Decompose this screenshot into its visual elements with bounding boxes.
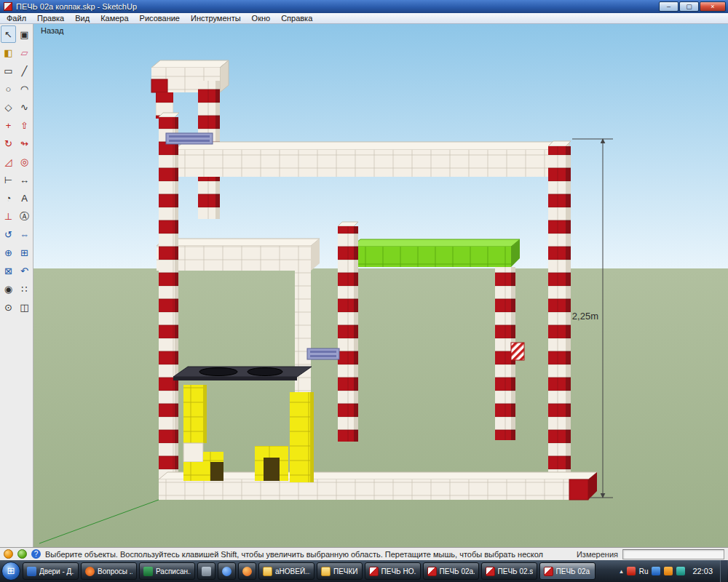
previous-view-tool-icon[interactable]: ↶ bbox=[17, 262, 32, 279]
menu-window[interactable]: Окно bbox=[252, 14, 271, 23]
menubar: Файл Правка Вид Камера Рисование Инструм… bbox=[0, 13, 728, 24]
viewport-canvas[interactable]: 2,25m Назад bbox=[33, 24, 728, 547]
maximize-icon[interactable]: ▢ bbox=[679, 1, 699, 12]
firefox-icon bbox=[242, 567, 252, 576]
tape-measure-tool-icon[interactable]: ⊢ bbox=[1, 171, 16, 188]
taskbar-button-raspisanie[interactable]: Расписан... bbox=[139, 562, 195, 580]
start-button[interactable]: ⊞ bbox=[1, 562, 20, 581]
internet-explorer-icon bbox=[222, 567, 232, 576]
close-icon[interactable]: × bbox=[700, 1, 726, 12]
eraser-tool-icon[interactable]: ▱ bbox=[17, 44, 32, 61]
3d-text-tool-icon[interactable]: Ⓐ bbox=[17, 207, 32, 225]
app-icon bbox=[202, 567, 211, 576]
taskbar-button-pech-02s[interactable]: ПЕЧЬ 02.s... bbox=[481, 562, 537, 580]
position-camera-tool-icon[interactable]: ◉ bbox=[1, 280, 16, 298]
menu-help[interactable]: Справка bbox=[281, 14, 312, 23]
show-desktop-button[interactable] bbox=[720, 560, 727, 582]
geolocation-icon[interactable] bbox=[17, 549, 27, 559]
taskbar-button-app[interactable] bbox=[197, 562, 215, 580]
menu-tools[interactable]: Инструменты bbox=[191, 14, 241, 23]
help-icon: ? bbox=[31, 549, 41, 559]
hidden-icons-icon[interactable]: ▴ bbox=[620, 567, 623, 575]
tray-app-icon-blue[interactable] bbox=[652, 567, 660, 575]
cooktop-plate bbox=[173, 367, 312, 380]
taskbar-button-pech-02a[interactable]: ПЕЧЬ 02а... bbox=[423, 562, 479, 580]
taskbar-button-pech-no[interactable]: ПЕЧЬ НО... bbox=[365, 562, 421, 580]
look-around-tool-icon[interactable]: ⊙ bbox=[1, 298, 16, 316]
sketchup-file-icon bbox=[369, 567, 379, 576]
menu-edit[interactable]: Правка bbox=[37, 14, 64, 23]
large-tool-set: ↖ ▣ ◧ ▱ ▭ ╱ ○ ◠ ◇ ∿ + ⇧ ↻ ↬ ◿ ◎ ⊢ ↔ ◔ A … bbox=[0, 24, 33, 547]
titlebar: ПЕЧЬ 02а колпак.skp - SketchUp – ▢ × bbox=[0, 0, 728, 13]
zoom-window-tool-icon[interactable]: ⊞ bbox=[17, 244, 32, 261]
push-pull-tool-icon[interactable]: ⇧ bbox=[17, 116, 32, 134]
folder-icon bbox=[263, 567, 272, 576]
taskbar-button-dveri[interactable]: Двери - Д... bbox=[23, 562, 79, 580]
walk-tool-icon[interactable]: ∷ bbox=[17, 280, 32, 298]
hatched-block bbox=[511, 343, 524, 360]
polygon-tool-icon[interactable]: ◇ bbox=[1, 98, 16, 116]
taskbar-button-voprosy[interactable]: Вопросы ... bbox=[81, 562, 137, 580]
select-tool-icon[interactable]: ↖ bbox=[1, 25, 16, 43]
claim-model-icon[interactable] bbox=[4, 549, 13, 559]
sketchup-file-icon bbox=[544, 567, 553, 576]
language-indicator[interactable]: Ru bbox=[639, 567, 649, 575]
rotate-tool-icon[interactable]: ↻ bbox=[1, 135, 16, 152]
tray-network-icon[interactable] bbox=[676, 567, 685, 575]
taskbar-button-ie[interactable] bbox=[218, 562, 236, 580]
menu-camera[interactable]: Камера bbox=[100, 14, 128, 23]
line-tool-icon[interactable]: ╱ bbox=[17, 62, 32, 79]
ground-plane bbox=[33, 268, 728, 547]
orbit-tool-icon[interactable]: ↺ bbox=[1, 226, 16, 243]
sketchup-app-icon bbox=[4, 2, 12, 11]
tray-app-icon-red[interactable] bbox=[627, 567, 636, 575]
zoom-extents-tool-icon[interactable]: ⊠ bbox=[1, 262, 16, 279]
zoom-tool-icon[interactable]: ⊕ bbox=[1, 244, 16, 261]
damper-upper bbox=[166, 133, 213, 144]
dimension-label: 2,25m bbox=[572, 311, 598, 322]
scale-tool-icon[interactable]: ◿ bbox=[1, 153, 16, 170]
damper-lower bbox=[307, 348, 339, 359]
measurements-label: Измерения bbox=[577, 550, 618, 559]
stove-model-drawing: 2,25m bbox=[33, 24, 728, 547]
follow-me-tool-icon[interactable]: ↬ bbox=[17, 135, 32, 152]
sketchup-file-icon bbox=[486, 567, 495, 576]
dimension-tool-icon[interactable]: ↔ bbox=[17, 171, 32, 188]
move-tool-icon[interactable]: + bbox=[1, 116, 16, 134]
arc-tool-icon[interactable]: ◠ bbox=[17, 80, 32, 97]
taskbar-button-pechki[interactable]: ПЕЧКИ bbox=[317, 562, 363, 580]
menu-view[interactable]: Вид bbox=[75, 14, 90, 23]
pan-tool-icon[interactable]: ⇔ bbox=[17, 226, 32, 243]
offset-tool-icon[interactable]: ◎ bbox=[17, 153, 32, 170]
axes-tool-icon[interactable]: ⊥ bbox=[1, 207, 16, 225]
freehand-tool-icon[interactable]: ∿ bbox=[17, 98, 32, 116]
sketchup-file-icon bbox=[427, 567, 437, 576]
base-beam bbox=[159, 472, 597, 500]
document-icon bbox=[27, 567, 36, 576]
window-title: ПЕЧЬ 02а колпак.skp - SketchUp bbox=[16, 2, 137, 11]
section-plane-tool-icon[interactable]: ◫ bbox=[17, 298, 32, 316]
measurements-input[interactable] bbox=[622, 549, 724, 559]
make-component-tool-icon[interactable]: ▣ bbox=[17, 25, 32, 43]
minimize-icon[interactable]: – bbox=[659, 1, 678, 12]
taskbar-button-anovey[interactable]: аНОВЕЙ... bbox=[258, 562, 314, 580]
menu-draw[interactable]: Рисование bbox=[140, 14, 180, 23]
right-column bbox=[548, 141, 571, 479]
taskbar-button-firefox[interactable] bbox=[238, 562, 256, 580]
browser-icon bbox=[85, 567, 95, 576]
text-tool-icon[interactable]: A bbox=[17, 189, 32, 207]
taskbar-button-pech-02a-active[interactable]: ПЕЧЬ 02a ... bbox=[539, 562, 596, 580]
protractor-tool-icon[interactable]: ◔ bbox=[1, 189, 16, 207]
taskbar-clock[interactable]: 22:03 bbox=[689, 567, 716, 575]
circle-tool-icon[interactable]: ○ bbox=[1, 80, 16, 97]
status-hint: Выберите объекты. Воспользуйтесь клавише… bbox=[45, 550, 572, 559]
spreadsheet-icon bbox=[143, 567, 153, 576]
system-tray: ▴ Ru 22:03 bbox=[620, 560, 728, 582]
menu-file[interactable]: Файл bbox=[7, 14, 26, 23]
paint-bucket-tool-icon[interactable]: ◧ bbox=[1, 44, 16, 61]
upper-beam bbox=[175, 142, 569, 177]
statusbar: ? Выберите объекты. Воспользуйтесь клави… bbox=[0, 547, 728, 560]
tray-app-icon-orange[interactable] bbox=[664, 567, 673, 575]
rectangle-tool-icon[interactable]: ▭ bbox=[1, 62, 16, 79]
taskbar: ⊞ Двери - Д... Вопросы ... Расписан... а… bbox=[0, 560, 728, 582]
